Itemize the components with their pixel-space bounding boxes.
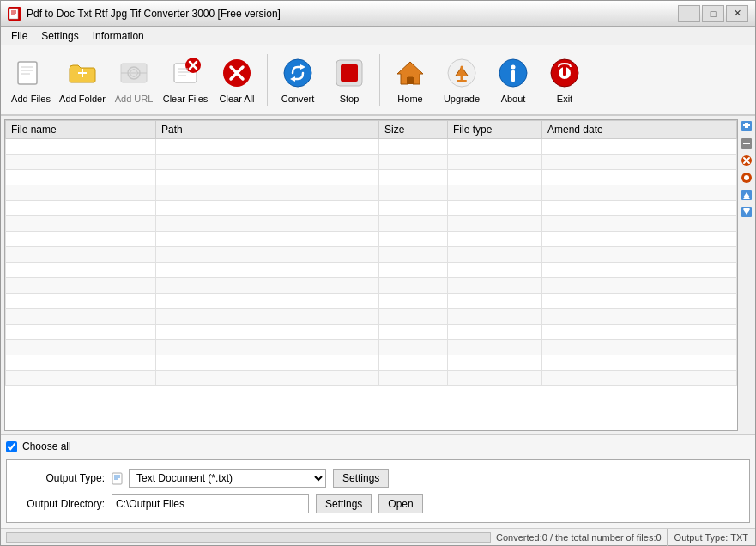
sidebar-btn-2[interactable]: [740, 136, 753, 150]
file-table: File name Path Size File type Amend date: [5, 120, 737, 386]
table-row: [6, 340, 737, 355]
table-row: [6, 371, 737, 386]
table-row: [6, 294, 737, 309]
svg-point-48: [744, 175, 749, 180]
table-row: [6, 139, 737, 155]
file-table-container: File name Path Size File type Amend date: [4, 119, 738, 431]
menubar: File Settings Information: [1, 27, 755, 46]
toolbar-separator-2: [379, 54, 380, 106]
table-row: [6, 201, 737, 216]
home-label: Home: [397, 94, 422, 104]
choose-all-label: Choose all: [22, 440, 71, 452]
svg-rect-29: [407, 77, 414, 84]
add-url-icon: [117, 56, 151, 90]
table-row: [6, 278, 737, 294]
about-icon: [496, 56, 530, 90]
menu-information[interactable]: Information: [86, 28, 151, 44]
sidebar-btn-3[interactable]: [740, 154, 753, 167]
sidebar-btn-4[interactable]: [740, 171, 753, 185]
menu-file[interactable]: File: [4, 28, 34, 44]
bottom-panel: Choose all Output Type: Text Document (*…: [1, 434, 755, 528]
exit-icon: [547, 56, 582, 90]
table-row: [6, 355, 737, 371]
total-text: the total number of files:0: [555, 532, 662, 543]
convert-icon: [281, 56, 315, 90]
menu-settings[interactable]: Settings: [34, 28, 85, 44]
upgrade-button[interactable]: Upgrade: [437, 49, 487, 111]
table-row: [6, 155, 737, 170]
minimize-button[interactable]: —: [678, 5, 700, 22]
table-row: [6, 216, 737, 232]
output-type-select[interactable]: Text Document (*.txt): [129, 469, 326, 488]
clear-all-label: Clear All: [220, 94, 255, 104]
exit-button[interactable]: Exit: [540, 49, 590, 111]
app-icon: [8, 7, 21, 21]
window-title: Pdf to Doc Txt Rtf Jpg Tif Converter 300…: [27, 8, 678, 20]
col-filetype: File type: [448, 121, 542, 139]
table-row: [6, 170, 737, 185]
col-amend-date: Amend date: [542, 121, 737, 139]
open-button[interactable]: Open: [378, 494, 422, 513]
add-folder-button[interactable]: Add Folder: [57, 49, 107, 111]
svg-rect-4: [18, 62, 37, 84]
col-path: Path: [156, 121, 379, 139]
table-row: [6, 325, 737, 340]
titlebar-buttons: — □ ✕: [678, 5, 748, 22]
close-button[interactable]: ✕: [726, 5, 748, 22]
clear-all-button[interactable]: Clear All: [212, 49, 262, 111]
output-type-label: Output Type:: [19, 472, 105, 484]
output-directory-row: Output Directory: Settings Open: [19, 494, 737, 513]
stop-icon: [332, 56, 366, 90]
about-button[interactable]: About: [488, 49, 538, 111]
add-files-button[interactable]: Add Files: [6, 49, 56, 111]
table-row: [6, 309, 737, 325]
output-directory-label: Output Directory:: [19, 498, 105, 510]
clear-files-button[interactable]: Clear Files: [160, 49, 210, 111]
maximize-button[interactable]: □: [702, 5, 724, 22]
titlebar: Pdf to Doc Txt Rtf Jpg Tif Converter 300…: [1, 1, 755, 27]
table-row: [6, 185, 737, 201]
svg-rect-27: [341, 64, 358, 82]
output-select-wrap: Text Document (*.txt): [112, 469, 326, 488]
col-filename: File name: [6, 121, 156, 139]
output-settings-button[interactable]: Settings: [333, 469, 389, 488]
svg-rect-43: [743, 143, 750, 144]
status-text: Converted:0 / the total number of files:…: [496, 532, 662, 543]
toolbar-separator-1: [267, 54, 268, 106]
svg-rect-9: [82, 69, 83, 77]
choose-all-row: Choose all: [6, 440, 750, 452]
svg-rect-41: [745, 123, 748, 128]
output-directory-input[interactable]: [112, 494, 309, 513]
convert-button[interactable]: Convert: [273, 49, 323, 111]
table-row: [6, 232, 737, 247]
add-folder-icon: [65, 56, 100, 90]
svg-rect-35: [511, 70, 515, 82]
add-url-label: Add URL: [115, 94, 154, 104]
upgrade-icon: [445, 56, 479, 90]
dir-settings-button[interactable]: Settings: [316, 494, 372, 513]
table-row: [6, 263, 737, 278]
statusbar: Converted:0 / the total number of files:…: [1, 528, 755, 545]
output-type-row: Output Type: Text Document (*.txt) Setti…: [19, 469, 737, 488]
right-sidebar: [738, 116, 755, 434]
sidebar-btn-down[interactable]: [740, 205, 753, 219]
clear-files-icon: [168, 56, 203, 90]
add-files-icon: [14, 56, 48, 90]
stop-button[interactable]: Stop: [324, 49, 374, 111]
choose-all-checkbox[interactable]: [6, 441, 17, 452]
sidebar-btn-up[interactable]: [740, 188, 753, 202]
progress-bar-wrap: [6, 532, 491, 543]
content-area: File name Path Size File type Amend date: [1, 116, 755, 434]
clear-all-icon: [220, 56, 254, 90]
home-button[interactable]: Home: [385, 49, 435, 111]
about-label: About: [501, 94, 526, 104]
main-window: Pdf to Doc Txt Rtf Jpg Tif Converter 300…: [0, 0, 756, 546]
upgrade-label: Upgrade: [444, 94, 480, 104]
sidebar-btn-1[interactable]: [740, 119, 753, 133]
convert-label: Convert: [281, 94, 315, 104]
home-icon: [393, 56, 427, 90]
output-type-status: Output Type: TXT: [667, 529, 755, 546]
progress-area: Converted:0 / the total number of files:…: [1, 532, 667, 543]
add-files-label: Add Files: [11, 94, 51, 104]
svg-rect-0: [9, 9, 18, 19]
